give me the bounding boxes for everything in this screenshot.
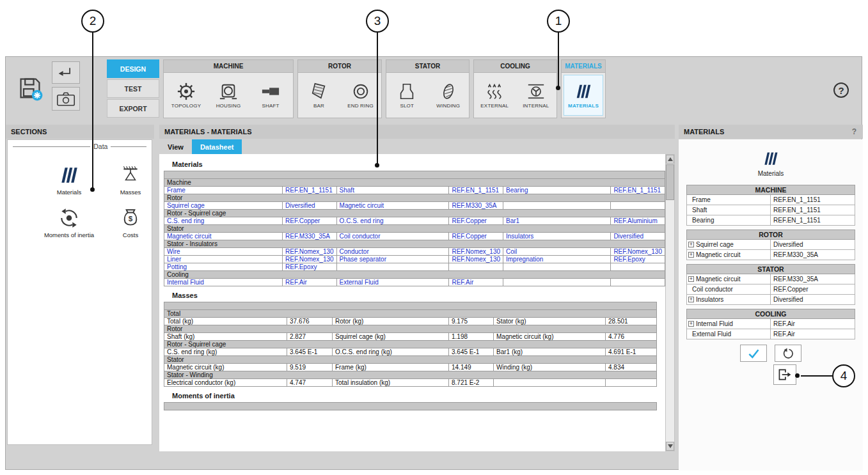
cell-label[interactable]: O.C.S. end ring: [336, 217, 449, 225]
section-row: Rotor: [164, 325, 657, 333]
return-arrow-button[interactable]: [52, 61, 80, 84]
cell-label[interactable]: Bar1: [503, 217, 611, 225]
cell-value: [611, 263, 665, 271]
cell-value[interactable]: Diversified: [282, 202, 336, 210]
cell-value[interactable]: REF.EN_1_1151: [282, 187, 336, 194]
material-label: Shaft: [687, 205, 771, 215]
shaft-button[interactable]: SHAFT: [251, 75, 290, 116]
screenshot-button[interactable]: [52, 87, 80, 111]
help-button[interactable]: ?: [833, 82, 849, 98]
scroll-up-button[interactable]: [666, 155, 674, 164]
cell-label[interactable]: External Fluid: [336, 279, 449, 286]
apply-button[interactable]: [740, 345, 767, 362]
material-value[interactable]: REF.M330_35A: [771, 274, 855, 284]
tab-test[interactable]: TEST: [107, 79, 159, 98]
cell-label[interactable]: C.S. end ring: [164, 217, 283, 225]
cell-value[interactable]: REF.Air: [282, 279, 336, 286]
cell-label[interactable]: Insulators: [503, 233, 611, 240]
end-ring-button[interactable]: END RING: [341, 75, 380, 116]
bar-button[interactable]: BAR: [299, 75, 338, 116]
topology-button[interactable]: TOPOLOGY: [166, 75, 206, 116]
material-value[interactable]: Diversified: [771, 295, 855, 304]
materials-button[interactable]: MATERIALS: [564, 75, 603, 116]
material-value[interactable]: Diversified: [771, 240, 855, 249]
cell-value[interactable]: REF.Epoxy: [282, 263, 336, 271]
internal-cooling-button[interactable]: INTERNAL: [517, 75, 556, 116]
cell-value[interactable]: REF.Nomex_130: [282, 256, 336, 263]
section-row: Stator - Insulators: [164, 240, 665, 248]
cell-value[interactable]: REF.Nomex_130: [449, 248, 503, 256]
expand-icon[interactable]: +: [688, 276, 694, 282]
scrollbar-thumb[interactable]: [666, 164, 674, 200]
material-group-title: COOLING: [686, 309, 855, 319]
right-panel-title: MATERIALS: [684, 128, 724, 136]
cell-label[interactable]: Frame: [164, 187, 283, 194]
cell-label[interactable]: Internal Fluid: [164, 279, 283, 286]
cell-value[interactable]: REF.Aluminium: [611, 217, 665, 225]
cell-value[interactable]: REF.Epoxy: [611, 256, 665, 263]
material-value[interactable]: REF.Air: [771, 329, 855, 339]
material-value[interactable]: REF.Air: [771, 319, 855, 329]
cell-label: Electrical conductor (kg): [164, 379, 287, 387]
expand-icon[interactable]: +: [688, 252, 694, 258]
sidebar-item-masses[interactable]: Masses: [100, 164, 161, 196]
sidebar-item-costs[interactable]: $ Costs: [100, 207, 161, 238]
cell-value[interactable]: REF.Nomex_130: [611, 248, 665, 256]
cell-label[interactable]: Impregnation: [503, 256, 611, 263]
cell-label[interactable]: Coil: [503, 248, 611, 256]
expand-icon[interactable]: +: [688, 242, 694, 247]
svg-text:$: $: [129, 214, 133, 222]
tab-view[interactable]: View: [159, 139, 192, 154]
sidebar-item-moments-of-inertia[interactable]: Moments of inertia: [38, 207, 100, 238]
material-row: +Magnetic circuitREF.M330_35A: [686, 250, 855, 260]
cell-value: [449, 263, 503, 271]
scroll-down-button[interactable]: [666, 442, 674, 451]
cell-label: Shaft (kg): [164, 333, 287, 341]
cell-label: O.C.S. end ring (kg): [333, 348, 449, 356]
slot-button[interactable]: SLOT: [388, 75, 427, 116]
winding-button[interactable]: WINDING: [429, 75, 468, 116]
cell-label[interactable]: Bearing: [503, 187, 611, 194]
datasheet-tables: MaterialsMachineFrameREF.EN_1_1151ShaftR…: [159, 160, 665, 410]
cell-value[interactable]: REF.Copper: [282, 217, 336, 225]
right-panel-help[interactable]: ?: [852, 127, 856, 136]
expand-icon[interactable]: +: [688, 321, 694, 327]
cell-value[interactable]: REF.EN_1_1151: [449, 187, 503, 194]
cell-value[interactable]: REF.EN_1_1151: [611, 187, 665, 194]
cell-value[interactable]: Diversified: [611, 233, 665, 240]
cell-value[interactable]: REF.M330_35A: [282, 233, 336, 240]
cell-label[interactable]: Conductor: [336, 248, 449, 256]
tab-design[interactable]: DESIGN: [107, 59, 159, 78]
cell-label[interactable]: Wire: [164, 248, 283, 256]
tab-export[interactable]: EXPORT: [107, 99, 159, 118]
cell-value[interactable]: REF.Copper: [449, 233, 503, 240]
cell-value[interactable]: REF.M330_35A: [449, 202, 503, 210]
cell-label[interactable]: Squirrel cage: [164, 202, 283, 210]
reset-button[interactable]: [775, 345, 801, 362]
save-button[interactable]: [13, 66, 47, 111]
cell-label[interactable]: Potting: [164, 263, 283, 271]
housing-button[interactable]: HOUSING: [209, 75, 248, 116]
cell-label[interactable]: Magnetic circuit: [336, 202, 449, 210]
cell-label[interactable]: Liner: [164, 256, 283, 263]
material-value[interactable]: REF.EN_1_1151: [771, 205, 855, 215]
material-value[interactable]: REF.EN_1_1151: [771, 215, 855, 225]
material-value[interactable]: REF.M330_35A: [771, 250, 855, 260]
vertical-scrollbar[interactable]: [665, 154, 675, 451]
external-cooling-button[interactable]: EXTERNAL: [475, 75, 514, 116]
expand-icon[interactable]: +: [688, 297, 694, 302]
material-value[interactable]: REF.EN_1_1151: [771, 195, 855, 205]
material-value[interactable]: REF.Copper: [771, 284, 855, 294]
cell-value[interactable]: REF.Nomex_130: [282, 248, 336, 256]
cell-value[interactable]: REF.Air: [449, 279, 503, 286]
export-report-button[interactable]: [773, 364, 796, 385]
cell-value[interactable]: REF.Nomex_130: [449, 256, 503, 263]
cell-label[interactable]: Phase separator: [336, 256, 449, 263]
cell-value[interactable]: REF.Copper: [449, 217, 503, 225]
material-group: COOLING+Internal FluidREF.AirExternal Fl…: [686, 309, 855, 339]
cell-label[interactable]: Magnetic circuit: [164, 233, 283, 240]
cell-label[interactable]: Coil conductor: [336, 233, 449, 240]
tab-datasheet[interactable]: Datasheet: [192, 139, 242, 154]
material-row: FrameREF.EN_1_1151: [686, 195, 855, 205]
cell-label[interactable]: Shaft: [336, 187, 449, 194]
